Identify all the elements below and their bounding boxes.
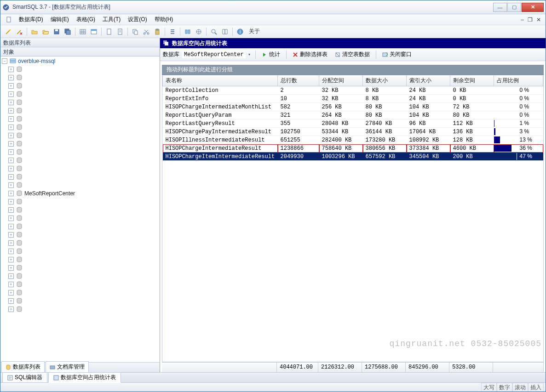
cut-icon[interactable] [141,27,151,37]
expand-icon[interactable]: + [8,265,14,271]
tool2-icon[interactable] [194,27,204,37]
expand-icon[interactable]: + [8,207,14,213]
table-row[interactable]: ReportLastQueryResult 355 28048 KB 27840… [163,119,543,128]
expand-icon[interactable]: + [8,298,14,304]
mdi-minimize[interactable]: – [520,17,525,23]
expand-icon[interactable]: + [8,257,14,262]
col-free[interactable]: 剩余空间 [450,75,494,86]
doc-icon[interactable] [104,27,114,37]
tree-node[interactable]: + [2,231,158,239]
folder-icon[interactable] [29,27,40,37]
expand-icon[interactable]: + [8,199,14,205]
tree-node[interactable]: + [2,264,158,272]
search-icon[interactable] [209,27,219,37]
maximize-button[interactable]: ▢ [507,3,521,12]
tree-node[interactable]: + [2,198,158,206]
table-row[interactable]: HISOPIllnessIntermediateResult 651255 28… [163,136,543,144]
tree-node[interactable]: + [2,272,158,280]
expand-icon[interactable]: + [8,141,14,147]
col-pct[interactable]: 占用比例 [494,75,543,86]
tree-scroll[interactable]: − overblue-mssql ++++++++++++++++MeSoftR… [0,57,160,362]
about-label[interactable]: 关于 [249,28,260,35]
tree-node[interactable]: + [2,156,158,165]
expand-icon[interactable]: + [8,224,14,229]
tree-node[interactable]: + [2,98,158,107]
tree-node[interactable]: + [2,305,158,313]
mdi-restore[interactable]: ❐ [527,17,534,23]
menu-tools[interactable]: 工具(T) [100,15,123,24]
table-row[interactable]: ReportCollection 2 32 KB 8 KB 24 KB 0 KB… [163,86,543,95]
table-row[interactable]: HISOPChargePayIntermediateResult 102750 … [163,128,543,136]
expand-icon[interactable]: − [2,58,7,64]
tree-node[interactable]: +MeSoftReportCenter [2,189,158,198]
expand-icon[interactable]: + [8,273,14,279]
menu-edit[interactable]: 编辑(E) [48,15,72,24]
close-button[interactable]: ✕ [522,3,544,12]
tree-node[interactable]: + [2,148,158,156]
table-row[interactable]: ReportExtInfo 10 32 KB 8 KB 24 KB 0 KB 0… [163,95,543,103]
tree-node[interactable]: + [2,115,158,123]
col-data[interactable]: 数据大小 [363,75,407,86]
tree-node[interactable]: + [2,289,158,297]
expand-icon[interactable]: + [8,100,14,105]
tree-root[interactable]: − overblue-mssql [2,57,158,65]
save-icon[interactable] [52,27,62,37]
expand-icon[interactable]: + [8,116,14,122]
tree-node[interactable]: + [2,280,158,289]
tree-node[interactable]: + [2,140,158,148]
menu-settings[interactable]: 设置(O) [125,15,149,24]
book-icon[interactable] [220,27,230,37]
copy-icon[interactable] [130,27,140,37]
expand-icon[interactable]: + [8,75,14,80]
tree-node[interactable]: + [2,107,158,115]
tree-node[interactable]: + [2,247,158,256]
close-window-button[interactable]: 关闭窗口 [379,50,414,59]
table-row[interactable]: HISOPChargeIntermediateMonthList 582 256… [163,103,543,111]
tree-node[interactable]: + [2,131,158,140]
col-name[interactable]: 表名称 [163,75,278,86]
folder-open-icon[interactable] [40,27,51,37]
tree-node[interactable]: + [2,65,158,74]
expand-icon[interactable]: + [8,166,14,171]
table-icon[interactable] [78,27,88,37]
expand-icon[interactable]: + [8,282,14,287]
tree-node[interactable]: + [2,165,158,173]
col-rows[interactable]: 总行数 [278,75,319,86]
expand-icon[interactable]: + [8,133,14,138]
expand-icon[interactable]: + [8,149,14,155]
tree-node[interactable]: + [2,206,158,214]
expand-icon[interactable]: + [8,83,14,89]
menu-table[interactable]: 表格(G) [74,15,98,24]
tree-node[interactable]: + [2,123,158,131]
expand-icon[interactable]: + [8,249,14,254]
menu-database[interactable]: 数据库(D) [16,15,46,24]
expand-icon[interactable]: + [8,108,14,114]
expand-icon[interactable]: + [8,91,14,97]
tree-node[interactable]: + [2,214,158,222]
mdi-close[interactable]: ✕ [535,17,542,23]
group-hint[interactable]: 拖动列标题到此处进行分组 [162,65,544,75]
stat-button[interactable]: 统计 [259,50,283,59]
tree-node[interactable]: + [2,173,158,181]
dropdown-icon[interactable]: ▾ [248,52,250,57]
menu-help[interactable]: 帮助(H) [152,15,176,24]
col-idx[interactable]: 索引大小 [407,75,450,86]
expand-icon[interactable]: + [8,174,14,180]
tree-node[interactable]: + [2,239,158,247]
expand-icon[interactable]: + [8,216,14,221]
tool1-icon[interactable] [183,27,193,37]
table-row[interactable]: ReportLastQueryParam 321 264 KB 80 KB 10… [163,111,543,119]
table-row[interactable]: HISOPChargeItemIntermediateResult 204993… [163,153,543,161]
info-icon[interactable]: i [235,27,245,37]
expand-icon[interactable]: + [8,290,14,295]
data-grid[interactable]: 表名称 总行数 分配空间 数据大小 索引大小 剩余空间 占用比例 ReportC… [162,75,544,362]
tab-sql-editor[interactable]: SQL编辑器 [2,372,47,383]
expand-icon[interactable]: + [8,191,14,196]
tree-node[interactable]: + [2,256,158,264]
left-tab-dblist[interactable]: 数据库列表 [1,361,45,372]
tree-node[interactable]: + [2,74,158,82]
tree-node[interactable]: + [2,297,158,305]
doc2-icon[interactable] [115,27,125,37]
expand-icon[interactable]: + [8,307,14,312]
paste-icon[interactable] [152,27,162,37]
